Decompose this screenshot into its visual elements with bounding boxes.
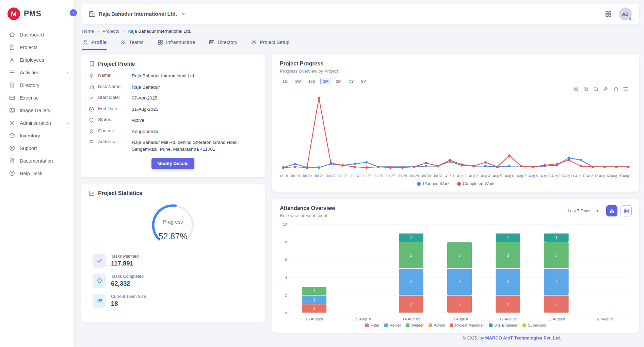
sidebar-item-label: Documentation xyxy=(20,158,53,164)
sidebar-collapse-button[interactable]: ‹ xyxy=(69,8,78,17)
pan-icon[interactable] xyxy=(603,86,609,92)
sidebar-item-projects[interactable]: Projects xyxy=(0,41,74,54)
company-link[interactable]: MARCO AIoT Technologies Pvt. Ltd. xyxy=(485,335,561,341)
sidebar-item-activities[interactable]: Activities › xyxy=(0,66,74,79)
sidebar-item-help-desk[interactable]: Help Desk xyxy=(0,167,74,180)
page-footer: © 2025, by MARCO AIoT Technologies Pvt. … xyxy=(81,335,639,344)
breadcrumb-current: Raja Bahadur International Ltd. xyxy=(128,29,191,34)
svg-text:1: 1 xyxy=(410,236,412,240)
copyright-text: © 2025, by xyxy=(463,335,485,341)
range-1d[interactable]: 1D xyxy=(280,78,290,85)
tab-directory[interactable]: Directory xyxy=(208,38,238,50)
range-1m[interactable]: 1M xyxy=(320,78,331,85)
sidebar-item-inventory[interactable]: Inventory xyxy=(0,129,74,142)
breadcrumb-home[interactable]: Home xyxy=(82,29,94,34)
apps-grid-icon[interactable] xyxy=(605,10,612,18)
sidebar-nav: Dashboard Projects Employees Activities … xyxy=(0,26,74,180)
legend-item[interactable]: Project Manager xyxy=(450,323,484,327)
company-name: Raja Bahadur International Ltd. xyxy=(99,11,177,17)
svg-text:1: 1 xyxy=(555,236,557,240)
sidebar-item-label: Activities xyxy=(20,70,39,75)
svg-text:Aug 5: Aug 5 xyxy=(493,174,502,178)
svg-text:Jul 23: Jul 23 xyxy=(338,174,348,178)
legend-item[interactable]: Completed Work xyxy=(457,181,495,186)
sidebar-item-directory[interactable]: Directory xyxy=(0,79,74,91)
tab-bar: Profile Teams Infrastructure Directory P… xyxy=(82,38,639,50)
sidebar-item-administration[interactable]: Administration › xyxy=(0,117,74,129)
svg-text:Aug 10: Aug 10 xyxy=(551,174,563,178)
breadcrumb: Home › Projects › Raja Bahadur Internati… xyxy=(82,28,639,34)
legend-item[interactable]: Site Engineer xyxy=(489,323,518,327)
tab-project-setup[interactable]: Project Setup xyxy=(250,38,290,50)
range-1y[interactable]: 1Y xyxy=(346,78,356,85)
breadcrumb-projects[interactable]: Projects xyxy=(102,29,119,34)
tab-label: Directory xyxy=(218,40,237,45)
company-selector[interactable]: Raja Bahadur International Ltd. xyxy=(88,11,187,17)
sidebar-item-employees[interactable]: Employees xyxy=(0,54,74,66)
date-range-select[interactable]: Last 7 Days ▼ xyxy=(564,206,603,216)
table-view-button[interactable] xyxy=(621,205,632,216)
svg-text:12 August: 12 August xyxy=(499,317,517,321)
range-5y[interactable]: 5Y xyxy=(358,78,369,85)
svg-text:Aug 15: Aug 15 xyxy=(611,174,622,178)
project-progress-chart[interactable]: Jul 18Jul 19Jul 20Jul 21Jul 22Jul 23Jul … xyxy=(280,86,632,181)
tab-teams[interactable]: Teams xyxy=(119,38,144,50)
svg-text:15 August: 15 August xyxy=(354,317,372,321)
svg-text:Aug 16: Aug 16 xyxy=(623,174,632,178)
svg-text:Jul 29: Jul 29 xyxy=(409,174,419,178)
attendance-chart[interactable]: 024681011116 August15 August233114 Augus… xyxy=(280,221,632,323)
card-title: Project Progress xyxy=(280,61,632,67)
list-icon xyxy=(9,69,15,76)
field-name: Name: Raja Bahadur International Ltd. xyxy=(88,73,257,79)
tab-profile[interactable]: Profile xyxy=(82,38,107,50)
sidebar-item-support[interactable]: Support xyxy=(0,142,74,154)
tab-label: Profile xyxy=(91,40,107,45)
stat-tasks-planned: Tasks Planned 117,891 xyxy=(93,254,257,268)
svg-text:3: 3 xyxy=(410,280,412,284)
app-name: PMS xyxy=(24,9,41,18)
sidebar-item-dashboard[interactable]: Dashboard xyxy=(0,28,74,41)
selection-zoom-icon[interactable] xyxy=(593,86,599,92)
tab-label: Infrastructure xyxy=(166,40,195,45)
field-address: Address: Raja Bahadur Mill Rd, behind Sh… xyxy=(88,139,257,152)
range-3m[interactable]: 3M xyxy=(333,78,344,85)
people-icon xyxy=(120,39,126,45)
zoom-out-icon[interactable] xyxy=(583,86,590,92)
home-icon[interactable] xyxy=(613,86,619,92)
legend-item[interactable]: Fitter xyxy=(365,323,379,327)
app-logo[interactable]: M PMS xyxy=(0,0,74,26)
sidebar-item-documentation[interactable]: Documentation xyxy=(0,154,74,167)
svg-text:Aug 6: Aug 6 xyxy=(505,174,514,178)
range-15d[interactable]: 15D xyxy=(306,78,318,85)
user-avatar[interactable]: AD xyxy=(619,7,632,20)
svg-text:Jul 18: Jul 18 xyxy=(280,174,288,178)
modify-details-button[interactable]: Modify Details xyxy=(151,158,194,169)
legend-item[interactable]: Planned Work xyxy=(417,181,449,186)
check-icon xyxy=(88,95,94,101)
sidebar-item-expense[interactable]: Expense xyxy=(0,91,74,104)
legend-item[interactable]: Admin xyxy=(429,323,445,327)
credit-card-icon xyxy=(9,94,15,101)
svg-text:1: 1 xyxy=(313,298,315,302)
bar-chart-view-button[interactable] xyxy=(606,205,617,216)
chevron-right-icon: › xyxy=(123,28,124,34)
clipboard-icon xyxy=(9,44,15,50)
svg-text:Aug 11: Aug 11 xyxy=(563,174,575,178)
svg-text:Aug 1: Aug 1 xyxy=(445,174,455,178)
range-1w[interactable]: 1W xyxy=(292,78,304,85)
star-icon xyxy=(93,274,106,288)
svg-text:10: 10 xyxy=(283,222,287,226)
sidebar-item-image-gallery[interactable]: Image Gallery xyxy=(0,104,74,117)
svg-text:Jul 21: Jul 21 xyxy=(314,174,324,178)
gear-icon xyxy=(251,39,257,45)
svg-text:Jul 28: Jul 28 xyxy=(398,174,407,178)
svg-text:10 August: 10 August xyxy=(596,317,614,321)
svg-text:Aug 3: Aug 3 xyxy=(469,174,479,178)
zoom-in-icon[interactable] xyxy=(573,86,580,92)
legend-item[interactable]: Welder xyxy=(406,323,423,327)
legend-item[interactable]: Supervisor xyxy=(522,323,547,327)
attendance-overview-card: Attendance Overview Role-wise present co… xyxy=(272,199,639,333)
legend-item[interactable]: Helper xyxy=(384,323,401,327)
menu-icon[interactable] xyxy=(623,86,629,92)
tab-infrastructure[interactable]: Infrastructure xyxy=(157,38,196,50)
